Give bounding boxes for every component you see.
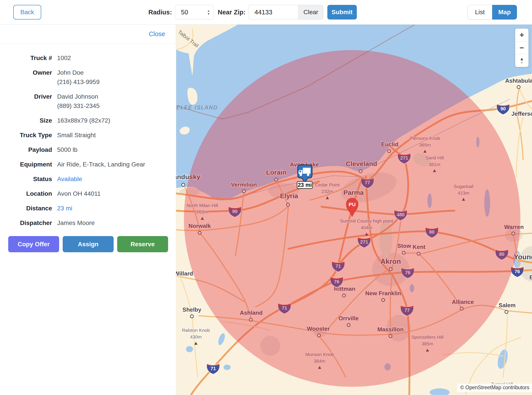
panel-header: Close — [0, 25, 176, 44]
shield-number: 71 — [210, 366, 216, 371]
map-canvas[interactable]: PELEE ISLANDTalbot TrailPiersons Knob365… — [176, 25, 532, 395]
field-value: Small Straight — [57, 131, 96, 140]
zoom-in-button[interactable]: + — [515, 29, 528, 41]
peak-elevation: 430m — [190, 334, 202, 339]
zoom-out-button[interactable]: − — [515, 41, 528, 54]
field-label: Equipment — [0, 160, 52, 169]
city-name: Willard — [176, 270, 193, 277]
copy-offer-button[interactable]: Copy Offer — [8, 236, 59, 252]
radius-stepper-icon[interactable]: ▲▼ — [207, 9, 210, 15]
field-label: Status — [0, 175, 52, 184]
view-toggle: List Map — [467, 5, 517, 20]
zip-input[interactable]: 44133 — [248, 5, 298, 20]
clear-button[interactable]: Clear — [298, 5, 323, 20]
field-row: Truck #1002 — [0, 53, 172, 63]
field-row: Size163x88x79 (82x72) — [0, 116, 172, 125]
city-name: Shelby — [183, 306, 202, 313]
assign-button[interactable]: Assign — [63, 236, 114, 252]
osm-attribution-link[interactable]: © OpenStreetMap contributors — [460, 384, 529, 390]
city-label: Boardman — [529, 274, 532, 281]
shield-number: 90 — [500, 106, 506, 111]
lake — [223, 365, 231, 370]
map-view-button[interactable]: Map — [492, 5, 517, 20]
truck-detail-fields: Truck #1002OwnerJohn Doe(216) 413-9959Dr… — [0, 44, 176, 228]
distance-tooltip: 23 mi — [297, 181, 312, 189]
field-value: John Doe(216) 413-9959 — [57, 68, 99, 87]
submit-button[interactable]: Submit — [327, 5, 357, 20]
field-row: Truck TypeSmall Straight — [0, 131, 172, 140]
truck-detail-panel: Close Truck #1002OwnerJohn Doe(216) 413-… — [0, 25, 176, 395]
city-label: Jefferson — [511, 110, 532, 117]
toolbar: Back Radius: 50 ▲▼ Near Zip: 44133 Clear… — [0, 0, 532, 25]
field-value: David Johnson(889) 331-2345 — [57, 92, 99, 111]
map-zoom-control: + − ▲▼ — [515, 28, 529, 67]
field-row: DriverDavid Johnson(889) 331-2345 — [0, 92, 172, 111]
truck-icon — [303, 168, 311, 174]
peak-name: Ralston Knob — [182, 328, 210, 333]
field-value: 23 mi — [57, 204, 72, 213]
radius-input[interactable]: 50 ▲▼ — [175, 5, 214, 20]
truck-wheel-icon — [307, 174, 309, 176]
city-name: Jefferson — [511, 110, 532, 117]
field-value: Avon OH 44011 — [57, 189, 101, 198]
pitch-control-button[interactable]: ▲▼ — [515, 54, 528, 67]
field-value: James Moore — [57, 218, 95, 228]
area-label: PELEE ISLAND — [176, 104, 218, 110]
field-label: Location — [0, 189, 52, 198]
field-label: Payload — [0, 145, 52, 154]
reserve-button[interactable]: Reserve — [117, 236, 168, 252]
map-attribution: © OpenStreetMap contributors — [457, 384, 532, 392]
tooltip-text: 23 mi — [298, 182, 312, 188]
pin-label: PU — [349, 202, 356, 207]
zip-value: 44133 — [254, 9, 272, 16]
radius-label: Radius: — [148, 9, 172, 16]
map-container[interactable]: PELEE ISLANDTalbot TrailPiersons Knob365… — [176, 25, 532, 395]
city-label: Willard — [176, 270, 193, 277]
field-value: Air Ride, E-Track, Landing Gear — [57, 160, 145, 169]
field-row: DispatcherJames Moore — [0, 218, 172, 228]
radius-circle-overlay — [184, 50, 520, 387]
city-marker — [505, 310, 508, 313]
field-label: Owner — [0, 68, 52, 87]
panel-actions: Copy OfferAssignReserve — [8, 236, 176, 252]
city-name: Salem — [499, 302, 516, 308]
field-value: Available — [57, 175, 82, 184]
field-label: Size — [0, 116, 52, 125]
field-label: Truck Type — [0, 131, 52, 140]
truck-window-icon — [299, 171, 301, 172]
field-row: LocationAvon OH 44011 — [0, 189, 172, 198]
field-value: 163x88x79 (82x72) — [57, 116, 110, 125]
field-row: EquipmentAir Ride, E-Track, Landing Gear — [0, 160, 172, 169]
city-name: Boardman — [529, 274, 532, 281]
field-row: Payload5000 lb — [0, 145, 172, 154]
field-value: 5000 lb — [57, 145, 78, 154]
field-value: 1002 — [57, 53, 71, 63]
field-label: Dispatcher — [0, 218, 52, 228]
pitch-arrows-icon: ▲▼ — [520, 57, 524, 65]
city-marker — [517, 86, 520, 89]
list-view-button[interactable]: List — [467, 5, 492, 20]
field-row: Distance23 mi — [0, 204, 172, 213]
near-zip-label: Near Zip: — [218, 9, 246, 16]
field-label: Distance — [0, 204, 52, 213]
shield-number: 76 — [515, 269, 520, 274]
city-marker — [182, 183, 185, 187]
back-button[interactable]: Back — [13, 5, 41, 20]
city-marker — [190, 315, 193, 318]
city-name: Ashtabula — [505, 77, 532, 84]
field-row: OwnerJohn Doe(216) 413-9959 — [0, 68, 172, 87]
zip-input-group: 44133 Clear — [248, 5, 323, 20]
close-link[interactable]: Close — [149, 30, 165, 38]
field-label: Truck # — [0, 53, 52, 63]
radius-value: 50 — [181, 9, 188, 16]
lake — [186, 346, 193, 352]
field-row: StatusAvailable — [0, 175, 172, 184]
truck-wheel-icon — [300, 174, 302, 176]
field-label: Driver — [0, 92, 52, 111]
